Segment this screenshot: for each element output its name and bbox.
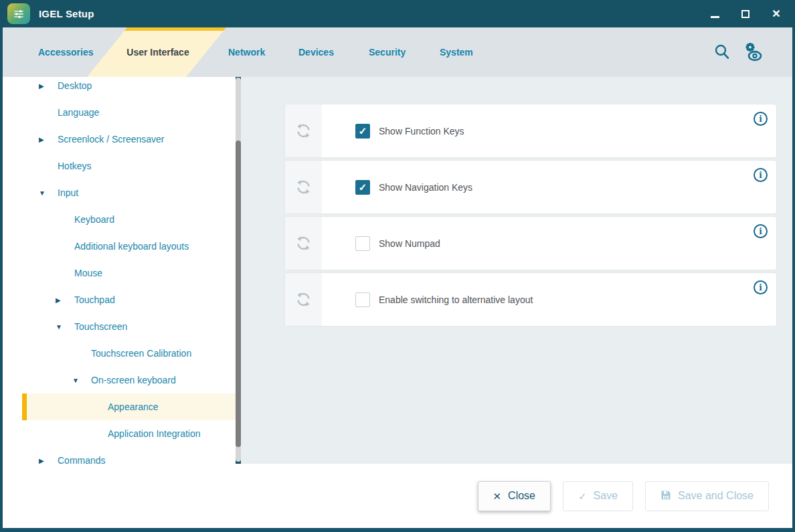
- footer: ✕ Close ✓ Save Save and Close: [3, 464, 792, 528]
- close-button-label: Close: [508, 490, 535, 502]
- sidebar: ▶ Desktop Language ▶ Screenlock / Screen…: [3, 77, 236, 464]
- info-icon[interactable]: i: [754, 168, 768, 182]
- setting-main: ✓ Show Navigation Keys: [322, 161, 776, 213]
- save-button[interactable]: ✓ Save: [563, 481, 633, 511]
- save-and-close-button-label: Save and Close: [678, 490, 754, 502]
- minimize-button[interactable]: [708, 7, 721, 21]
- sidebar-item-language[interactable]: Language: [22, 99, 236, 126]
- tree-arrow-icon[interactable]: ▼: [56, 323, 74, 331]
- setting-checkbox[interactable]: ✓: [355, 180, 370, 195]
- sidebar-item-keyboard[interactable]: Keyboard: [22, 206, 236, 233]
- save-and-close-button[interactable]: Save and Close: [645, 481, 769, 511]
- setting-row-show-navigation-keys: ✓ Show Navigation Keys i: [284, 160, 777, 214]
- sidebar-item-label: Touchpad: [74, 294, 115, 305]
- tree-arrow-icon[interactable]: ▶: [39, 136, 58, 143]
- info-icon[interactable]: i: [754, 224, 768, 238]
- tree-arrow-icon[interactable]: ▶: [39, 82, 58, 90]
- sidebar-item-commands[interactable]: ▶ Commands: [22, 447, 236, 464]
- sidebar-item-additional-keyboard-layouts[interactable]: Additional keyboard layouts: [22, 233, 236, 260]
- save-button-label: Save: [594, 490, 618, 502]
- setting-checkbox[interactable]: ✓: [355, 124, 370, 139]
- tree-arrow-icon[interactable]: ▼: [72, 377, 91, 384]
- sidebar-item-desktop[interactable]: ▶ Desktop: [22, 77, 236, 99]
- sidebar-item-label: Application Integration: [108, 428, 201, 439]
- tab-security[interactable]: Security: [369, 27, 406, 77]
- checkmark-icon: ✓: [359, 182, 367, 192]
- setting-row-show-function-keys: ✓ Show Function Keys i: [284, 104, 777, 158]
- sidebar-item-appearance[interactable]: Appearance: [22, 393, 236, 420]
- sidebar-item-label: Language: [58, 107, 99, 118]
- setting-label: Show Navigation Keys: [379, 182, 472, 193]
- close-x-icon: ✕: [493, 491, 502, 501]
- setting-label: Show Function Keys: [379, 126, 464, 137]
- sidebar-item-touchscreen[interactable]: ▼ Touchscreen: [22, 313, 236, 340]
- info-icon[interactable]: i: [754, 280, 768, 294]
- setting-main: ✓ Enable switching to alternative layout: [322, 273, 776, 326]
- tab-user-interface[interactable]: User Interface: [120, 27, 195, 77]
- sliders-icon: [11, 7, 27, 21]
- reset-parameter-button[interactable]: [285, 161, 322, 213]
- minimize-icon: [711, 16, 719, 18]
- tree-arrow-icon[interactable]: ▶: [39, 457, 58, 464]
- window-controls: ✕: [708, 0, 783, 27]
- tab-accessories[interactable]: Accessories: [38, 27, 94, 77]
- tab-devices[interactable]: Devices: [298, 27, 334, 77]
- sidebar-item-screenlock-screensaver[interactable]: ▶ Screenlock / Screensaver: [22, 126, 236, 153]
- sidebar-item-on-screen-keyboard[interactable]: ▼ On-screen keyboard: [22, 367, 236, 393]
- sidebar-item-label: Desktop: [58, 80, 92, 91]
- tab-bar: Accessories User Interface Network Devic…: [3, 27, 792, 77]
- sidebar-item-label: Keyboard: [74, 214, 114, 225]
- sidebar-item-input[interactable]: ▼ Input: [22, 179, 236, 206]
- tabbar-icons: [712, 27, 764, 77]
- setting-main: ✓ Show Numpad: [322, 217, 776, 270]
- sync-refresh-icon: [294, 122, 313, 140]
- setting-main: ✓ Show Function Keys: [322, 104, 776, 157]
- view-settings-gear-eye-icon[interactable]: [741, 41, 764, 63]
- sync-refresh-icon: [294, 290, 313, 308]
- tree-arrow-icon[interactable]: ▼: [39, 189, 58, 197]
- sidebar-item-hotkeys[interactable]: Hotkeys: [22, 153, 236, 179]
- setting-checkbox[interactable]: ✓: [355, 292, 370, 307]
- sidebar-scrollbar-thumb[interactable]: [236, 141, 241, 447]
- sidebar-item-label: Mouse: [74, 268, 102, 278]
- sidebar-item-label: On-screen keyboard: [91, 375, 176, 385]
- sidebar-item-touchscreen-calibration[interactable]: Touchscreen Calibration: [22, 340, 236, 367]
- app-logo-sliders-icon: [7, 3, 30, 24]
- titlebar: IGEL Setup ✕: [0, 0, 795, 27]
- igel-setup-window: IGEL Setup ✕ Accessories User Interface …: [0, 0, 795, 532]
- maximize-button[interactable]: [739, 7, 752, 21]
- setting-label: Enable switching to alternative layout: [379, 294, 533, 305]
- floppy-disk-icon: [660, 490, 671, 502]
- search-icon[interactable]: [712, 42, 732, 62]
- close-icon: ✕: [772, 9, 780, 19]
- save-check-icon: ✓: [578, 491, 587, 501]
- setting-label: Show Numpad: [379, 238, 440, 249]
- sidebar-item-label: Input: [58, 187, 78, 198]
- tab-network[interactable]: Network: [228, 27, 265, 77]
- info-icon[interactable]: i: [754, 112, 768, 126]
- sidebar-item-label: Screenlock / Screensaver: [58, 134, 165, 145]
- settings-panel: ✓ Show Function Keys i ✓ Show Navigation…: [241, 77, 792, 464]
- checkmark-icon: ✓: [359, 126, 367, 136]
- sidebar-item-label: Commands: [58, 455, 106, 464]
- sidebar-item-label: Appearance: [108, 402, 159, 412]
- sidebar-item-touchpad[interactable]: ▶ Touchpad: [22, 286, 236, 313]
- reset-parameter-button[interactable]: [285, 273, 322, 326]
- reset-parameter-button[interactable]: [285, 104, 322, 157]
- sidebar-item-label: Touchscreen Calibration: [91, 348, 191, 359]
- setting-row-show-numpad: ✓ Show Numpad i: [284, 216, 777, 270]
- setting-checkbox[interactable]: ✓: [355, 236, 370, 251]
- tab-system[interactable]: System: [440, 27, 473, 77]
- close-window-button[interactable]: ✕: [770, 7, 783, 21]
- sidebar-item-label: Touchscreen: [74, 321, 127, 332]
- sync-refresh-icon: [294, 178, 313, 196]
- sidebar-item-mouse[interactable]: Mouse: [22, 260, 236, 286]
- setting-row-enable-switching-to-alternative-layout: ✓ Enable switching to alternative layout…: [284, 272, 777, 327]
- close-button[interactable]: ✕ Close: [478, 481, 551, 511]
- tree-arrow-icon[interactable]: ▶: [56, 296, 74, 304]
- sidebar-item-application-integration[interactable]: Application Integration: [22, 420, 236, 447]
- reset-parameter-button[interactable]: [285, 217, 322, 270]
- window-title: IGEL Setup: [39, 0, 94, 27]
- maximize-icon: [741, 10, 749, 18]
- sidebar-tree: ▶ Desktop Language ▶ Screenlock / Screen…: [22, 77, 236, 464]
